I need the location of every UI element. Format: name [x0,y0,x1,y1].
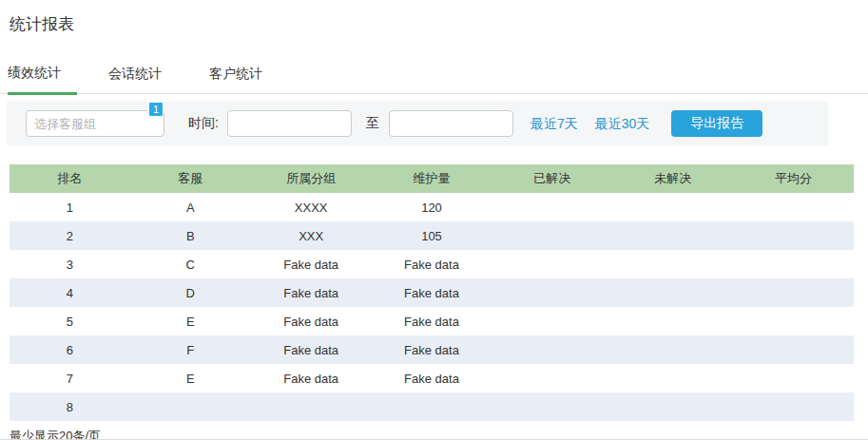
table-cell: 4 [10,286,130,300]
quick-link-1[interactable]: 最近30天 [595,116,650,131]
table-cell: F [130,343,251,357]
table-cell: Fake data [251,372,372,386]
table-cell: 120 [372,201,492,215]
table-cell: Fake data [372,372,492,386]
table-row: 1AXXXX120 [10,193,854,221]
table-cell: 6 [10,343,130,357]
date-to-input[interactable] [389,110,513,137]
tab-bar: 绩效统计会话统计客户统计 [0,59,868,94]
table-cell: 1 [10,201,130,215]
table-header-row: 排名客服所属分组维护量已解决未解决平均分 [10,164,854,193]
table-cell: E [130,372,251,386]
table-cell: Fake data [251,315,372,329]
table-header-cell: 排名 [10,170,130,187]
table-header-cell: 客服 [130,170,251,187]
table-cell: XXX [251,229,372,243]
page-title: 统计报表 [0,0,868,35]
table-header-cell: 未解决 [612,170,733,187]
table-row: 4DFake dataFake data [10,278,854,307]
table-row: 2BXXX105 [10,221,854,250]
table-cell: 5 [10,315,130,329]
table-row: 5EFake dataFake data [10,307,854,335]
table-cell: B [130,229,251,243]
table-body: 1AXXXX1202BXXX1053CFake dataFake data4DF… [10,193,854,421]
filter-bar: 1 时间: 至 最近7天最近30天 导出报告 [7,102,828,145]
table-cell: 8 [10,400,130,414]
tab-0[interactable]: 绩效统计 [8,59,77,95]
table-cell: D [130,286,251,300]
table-cell: 3 [10,258,130,272]
quick-links: 最近7天最近30天 [513,115,649,133]
table-cell: XXXX [251,201,372,215]
table-cell: A [130,201,251,215]
table-header-cell: 维护量 [372,170,492,187]
to-label: 至 [366,115,379,132]
table-header-cell: 所属分组 [251,170,372,187]
performance-table: 排名客服所属分组维护量已解决未解决平均分 1AXXXX1202BXXX1053C… [10,164,854,421]
table-cell: Fake data [251,258,372,272]
export-report-button[interactable]: 导出报告 [671,110,762,137]
table-cell: 2 [10,229,130,243]
table-cell: Fake data [251,286,372,300]
table-cell: Fake data [372,286,492,300]
quick-link-0[interactable]: 最近7天 [530,116,578,131]
table-row: 6FFake dataFake data [10,335,854,364]
table-cell: 7 [10,372,130,386]
table-cell: E [130,315,251,329]
table-cell: Fake data [251,343,372,357]
table-cell: Fake data [372,258,492,272]
table-cell: C [130,258,251,272]
tab-2[interactable]: 客户统计 [209,60,279,93]
date-from-input[interactable] [227,110,352,137]
group-select-input[interactable] [26,110,164,137]
table-cell: Fake data [372,315,492,329]
table-cell: Fake data [372,343,492,357]
selected-count-badge: 1 [148,102,164,117]
table-row: 3CFake dataFake data [10,250,854,278]
group-select-wrap: 1 [26,110,164,137]
time-label: 时间: [188,115,219,132]
table-cell: 105 [372,229,492,243]
table-header-cell: 平均分 [733,170,854,187]
table-header-cell: 已解决 [492,170,612,187]
table-row: 8 [10,392,854,421]
tab-1[interactable]: 会话统计 [108,60,178,93]
table-row: 7EFake dataFake data [10,364,854,392]
